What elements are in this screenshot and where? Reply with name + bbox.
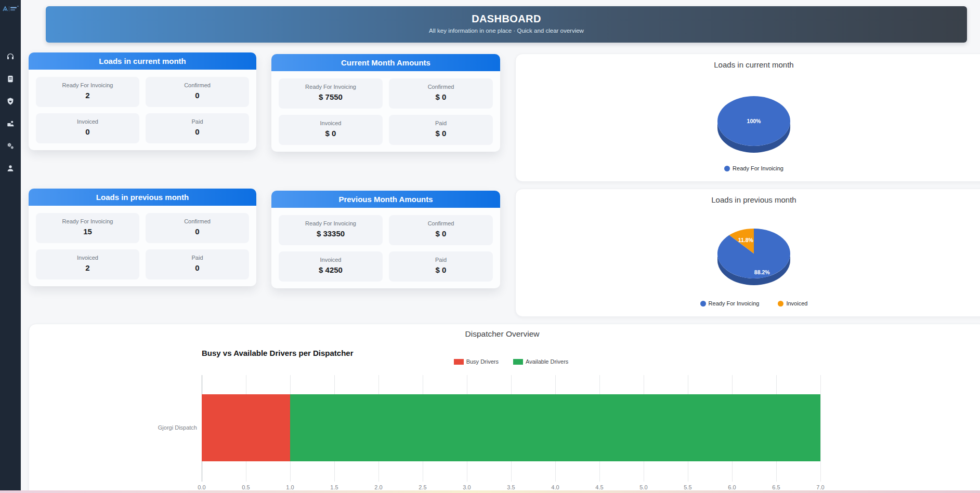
- card-current-month-amounts: Current Month Amounts Ready For Invoicin…: [271, 54, 500, 152]
- stat-value: 15: [36, 227, 139, 236]
- horizontal-scrollbar[interactable]: [0, 490, 980, 493]
- stat-label: Paid: [146, 118, 249, 125]
- bar-category-label: Gjorgi Dispatch: [133, 424, 197, 431]
- card-body: Ready For Invoicing 15 Confirmed 0 Invoi…: [29, 206, 256, 287]
- x-tick-label: 4.0: [551, 484, 559, 490]
- stat-value: $ 7550: [279, 92, 383, 101]
- card-title: Current Month Amounts: [271, 54, 500, 71]
- page-title: DASHBOARD: [46, 13, 967, 25]
- stat-label: Paid: [389, 257, 493, 263]
- user-profile-icon: [6, 164, 15, 172]
- bar-segment-available-drivers: [290, 394, 820, 461]
- stat-tile: Invoiced 2: [36, 249, 139, 279]
- pie-chart-svg: 100%: [712, 95, 795, 155]
- stat-label: Invoiced: [279, 120, 383, 126]
- card-body: Ready For Invoicing $ 7550 Confirmed $ 0…: [271, 71, 500, 152]
- stat-tile: Confirmed 0: [146, 213, 249, 243]
- legend-item: Invoiced: [778, 300, 807, 307]
- dispatcher-overview-panel: Dispatcher Overview Busy vs Available Dr…: [29, 324, 980, 493]
- stat-label: Confirmed: [146, 218, 249, 224]
- panel-title: Dispatcher Overview: [29, 329, 975, 339]
- app-logo-icon: [2, 5, 19, 13]
- headset-icon: [6, 52, 15, 61]
- x-tick-label: 7.0: [816, 484, 824, 490]
- x-tick-label: 2.5: [419, 484, 426, 490]
- stat-label: Confirmed: [146, 82, 249, 88]
- pie-panel-current-month: Loads in current month 100% Ready For In…: [515, 54, 980, 182]
- x-tick-label: 0.0: [198, 484, 205, 490]
- driver-box-icon: [6, 119, 15, 128]
- stat-label: Confirmed: [389, 84, 493, 90]
- legend-label: Ready For Invoicing: [709, 300, 760, 307]
- stat-value: 0: [146, 227, 249, 236]
- svg-text:88.2%: 88.2%: [754, 269, 770, 275]
- stat-label: Ready For Invoicing: [36, 82, 139, 88]
- stat-label: Paid: [146, 255, 249, 261]
- stat-label: Paid: [389, 120, 493, 126]
- stat-tile: Confirmed 0: [146, 77, 249, 107]
- chart-legend: Ready For Invoicing: [516, 165, 980, 171]
- pie-chart-svg: 88.2%11.8%: [712, 228, 795, 287]
- x-tick-label: 1.5: [330, 484, 338, 490]
- x-tick-label: 6.0: [728, 484, 736, 490]
- sidebar-item-profile[interactable]: [4, 162, 17, 175]
- stat-label: Confirmed: [389, 220, 493, 226]
- legend-dot: [778, 301, 783, 307]
- legend-label: Busy Drivers: [466, 358, 499, 365]
- legend-swatch: [454, 359, 464, 365]
- sidebar-nav: [0, 50, 21, 175]
- sidebar-item-drivers[interactable]: [4, 117, 17, 130]
- legend-item: Busy Drivers: [454, 358, 499, 365]
- stat-value: $ 0: [389, 92, 493, 101]
- stat-tile: Paid 0: [146, 249, 249, 279]
- stat-label: Ready For Invoicing: [279, 84, 383, 90]
- stat-value: 0: [36, 127, 139, 136]
- card-body: Ready For Invoicing $ 33350 Confirmed $ …: [271, 208, 500, 289]
- stat-value: $ 0: [389, 129, 493, 138]
- dashboard-banner: DASHBOARD All key information in one pla…: [46, 6, 967, 43]
- stat-value: $ 0: [389, 229, 493, 238]
- legend-item: Ready For Invoicing: [724, 165, 783, 171]
- x-tick-label: 3.0: [463, 484, 471, 490]
- settings-gears-icon: [6, 142, 15, 150]
- legend-dot: [724, 166, 730, 171]
- x-tick-label: 3.5: [507, 484, 515, 490]
- bar-segment-busy-drivers: [202, 394, 290, 461]
- card-loads-previous-month: Loads in previous month Ready For Invoic…: [29, 189, 256, 286]
- pie-chart-current-month: 100%: [712, 95, 795, 155]
- shield-heart-icon: [6, 97, 15, 105]
- app-logo[interactable]: [2, 5, 19, 14]
- svg-text:100%: 100%: [747, 118, 762, 124]
- stat-tile: Paid 0: [146, 113, 249, 143]
- card-loads-current-month: Loads in current month Ready For Invoici…: [29, 52, 256, 150]
- stat-value: 0: [146, 263, 249, 272]
- x-tick-label: 0.5: [242, 484, 250, 490]
- sidebar-item-loads[interactable]: [4, 73, 17, 85]
- stat-label: Ready For Invoicing: [279, 220, 383, 226]
- stat-value: $ 0: [279, 129, 383, 138]
- sidebar-item-settings[interactable]: [4, 140, 17, 152]
- sidebar-item-support[interactable]: [4, 50, 17, 63]
- legend-item: Ready For Invoicing: [700, 300, 760, 307]
- stat-label: Invoiced: [36, 118, 139, 125]
- stat-tile: Ready For Invoicing $ 33350: [279, 215, 383, 245]
- x-tick-label: 5.0: [639, 484, 647, 490]
- bar-row: [202, 394, 820, 461]
- loads-board-icon: [6, 75, 15, 83]
- stat-value: $ 33350: [279, 229, 383, 238]
- legend-label: Invoiced: [786, 300, 807, 307]
- card-previous-month-amounts: Previous Month Amounts Ready For Invoici…: [271, 191, 500, 288]
- x-tick-label: 6.5: [772, 484, 780, 490]
- bar-chart-title: Busy vs Available Drivers per Dispatcher: [202, 349, 354, 357]
- sidebar-item-safety[interactable]: [4, 95, 17, 108]
- stat-tile: Invoiced $ 0: [279, 115, 383, 145]
- stat-tile: Invoiced $ 4250: [279, 251, 383, 282]
- stat-label: Invoiced: [279, 257, 383, 263]
- stat-tile: Ready For Invoicing $ 7550: [279, 78, 383, 109]
- chart-title: Loads in previous month: [516, 195, 980, 204]
- legend-item: Available Drivers: [513, 358, 568, 365]
- bar-chart-legend: Busy Drivers Available Drivers: [202, 358, 820, 365]
- stat-value: 0: [146, 91, 249, 100]
- stat-value: 0: [146, 127, 249, 136]
- stat-tile: Confirmed $ 0: [389, 78, 493, 109]
